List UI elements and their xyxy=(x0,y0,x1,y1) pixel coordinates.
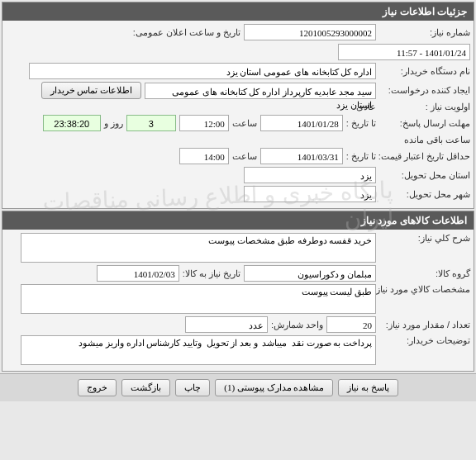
days-and-label: روز و xyxy=(104,118,123,129)
time-label-1: ساعت xyxy=(232,118,257,129)
goods-info-header: اطلاعات کالاهای مورد نیاز xyxy=(2,211,474,230)
remaining-label: ساعت باقی مانده xyxy=(404,135,470,145)
group-field[interactable]: مبلمان و دکوراسیون xyxy=(244,265,376,282)
need-details-header: جزئیات اطلاعات نیاز xyxy=(2,2,474,21)
priority-value: عادی xyxy=(356,102,376,112)
price-validity-label: حداقل تاریخ اعتبار قیمت: xyxy=(379,151,470,162)
price-date-field[interactable]: 1401/03/31 xyxy=(260,148,343,164)
request-creator-field[interactable]: سید مجد عابدیه کارپرداز اداره کل کتابخان… xyxy=(145,83,376,99)
print-button[interactable]: چاپ xyxy=(175,379,210,396)
days-remaining-field: 3 xyxy=(126,115,176,131)
need-date-label: تاریخ نیاز به کالا: xyxy=(183,268,240,279)
desc-label: شرح کلي نیاز: xyxy=(379,233,470,244)
countdown-field: 23:38:20 xyxy=(43,115,101,131)
need-date-field[interactable]: 1401/02/03 xyxy=(97,265,179,282)
respond-button[interactable]: پاسخ به نیاز xyxy=(338,379,398,396)
buyer-notes-label: توضیحات خریدار: xyxy=(379,335,470,346)
exit-button[interactable]: خروج xyxy=(78,379,117,396)
reply-time-field[interactable]: 12:00 xyxy=(179,115,229,131)
request-creator-label: ایجاد کننده درخواست: xyxy=(379,85,470,96)
priority-label: اولویت نیاز : xyxy=(379,102,470,112)
unit-field[interactable]: عدد xyxy=(185,316,268,333)
time-label-2: ساعت xyxy=(232,151,257,162)
delivery-province-label: استان محل تحویل: xyxy=(379,170,470,181)
to-date-label-1: تا تاریخ : xyxy=(346,118,376,129)
buyer-name-field[interactable]: اداره کل کتابخانه های عمومی استان یزد xyxy=(29,63,376,79)
price-time-field[interactable]: 14:00 xyxy=(179,148,229,164)
announce-field[interactable]: 1401/01/24 - 11:57 xyxy=(338,44,470,60)
need-number-label: شماره نیاز: xyxy=(379,27,470,38)
need-details-panel: جزئیات اطلاعات نیاز شماره نیاز: 12010052… xyxy=(2,2,474,209)
attachments-button[interactable]: مشاهده مدارک پیوستی (1) xyxy=(215,379,333,396)
button-bar: پاسخ به نیاز مشاهده مدارک پیوستی (1) چاپ… xyxy=(0,373,476,401)
qty-field[interactable]: 20 xyxy=(326,316,376,333)
need-number-field[interactable]: 1201005293000002 xyxy=(244,24,376,40)
group-label: گروه کالا: xyxy=(379,268,470,279)
announce-label: تاریخ و ساعت اعلان عمومی: xyxy=(133,27,240,38)
spec-field[interactable] xyxy=(21,284,376,314)
delivery-city-label: شهر محل تحویل: xyxy=(379,189,470,200)
unit-label: واحد شمارش: xyxy=(271,320,323,330)
to-date-label-2: تا تاریخ : xyxy=(346,151,376,162)
reply-deadline-label: مهلت ارسال پاسخ: xyxy=(379,118,470,129)
qty-label: تعداد / مقدار مورد نیاز: xyxy=(379,320,470,330)
goods-info-panel: اطلاعات کالاهای مورد نیاز شرح کلي نیاز: … xyxy=(2,211,474,372)
reply-date-field[interactable]: 1401/01/28 xyxy=(260,115,343,131)
spec-label: مشخصات کالاي مورد نیاز: xyxy=(379,284,470,295)
contact-buyer-button[interactable]: اطلاعات تماس خریدار xyxy=(41,82,142,99)
delivery-province-field[interactable]: یزد xyxy=(244,167,376,183)
desc-field[interactable] xyxy=(21,233,376,263)
delivery-city-field[interactable]: یزد xyxy=(244,186,376,202)
buyer-name-label: نام دستگاه خریدار: xyxy=(379,66,470,77)
back-button[interactable]: بازگشت xyxy=(121,379,170,396)
buyer-notes-field[interactable] xyxy=(21,335,376,365)
